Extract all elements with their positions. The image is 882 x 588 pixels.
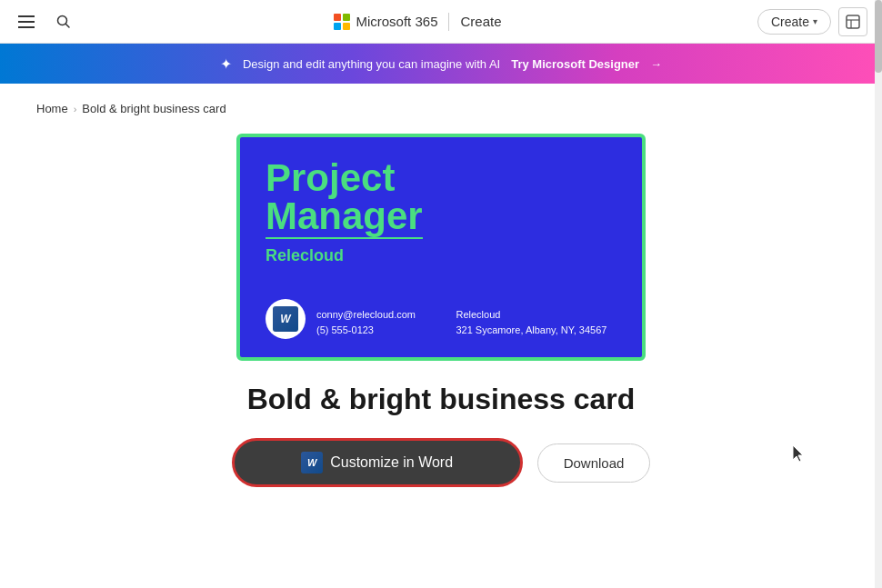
card-title-line1: Project [266, 159, 616, 197]
card-address: 321 Sycamore, Albany, NY, 34567 [456, 323, 606, 339]
banner-arrow-icon: → [650, 57, 662, 71]
breadcrumb-current-page: Bold & bright business card [82, 102, 226, 115]
wand-icon: ✦ [220, 55, 232, 73]
main-content: Home › Bold & bright business card Proje… [0, 84, 882, 505]
svg-rect-2 [847, 15, 859, 28]
customize-button-label: Customize in Word [330, 454, 453, 471]
card-phone: (5) 555-0123 [316, 323, 416, 339]
breadcrumb: Home › Bold & bright business card [36, 102, 846, 115]
promo-banner: ✦ Design and edit anything you can imagi… [0, 44, 882, 84]
card-email: conny@relecloud.com [316, 307, 416, 324]
ms365-text: Microsoft 365 [356, 14, 437, 29]
ms365-logo: Microsoft 365 [334, 14, 437, 30]
breadcrumb-chevron-icon: › [74, 104, 77, 115]
header-right: Create ▾ [757, 7, 867, 36]
scrollbar-thumb[interactable] [875, 0, 882, 73]
download-button[interactable]: Download [537, 443, 651, 483]
create-nav-link[interactable]: Create [460, 14, 501, 29]
scrollbar[interactable] [875, 0, 882, 588]
header: Microsoft 365 Create Create ▾ [0, 0, 882, 44]
account-icon-button[interactable] [838, 7, 867, 36]
banner-text: Design and edit anything you can imagine… [243, 57, 500, 71]
breadcrumb-home-link[interactable]: Home [36, 102, 68, 115]
customize-in-word-button[interactable]: W Customize in Word [232, 438, 523, 487]
card-contact-left: conny@relecloud.com (5) 555-0123 [316, 307, 416, 339]
card-preview-container: Project Manager Relecloud W conny@relecl… [36, 134, 846, 361]
banner-designer-link[interactable]: Try Microsoft Designer [511, 57, 639, 71]
chevron-down-icon: ▾ [813, 16, 817, 26]
ms-logo-grid-icon [334, 14, 350, 30]
create-dropdown-button[interactable]: Create ▾ [757, 9, 831, 35]
card-company-name: Relecloud [266, 246, 616, 265]
card-contact-right: Relecloud 321 Sycamore, Albany, NY, 3456… [456, 307, 606, 339]
search-button[interactable] [49, 7, 78, 36]
header-center: Microsoft 365 Create [78, 13, 757, 31]
word-icon: W [301, 452, 323, 473]
template-title: Bold & bright business card [36, 383, 846, 416]
header-divider [448, 13, 449, 31]
header-left [15, 7, 78, 36]
word-logo-circle: W [266, 299, 306, 339]
word-logo-icon: W [273, 306, 298, 332]
action-buttons: W Customize in Word Download [36, 438, 846, 487]
business-card-preview: Project Manager Relecloud W conny@relecl… [236, 134, 646, 361]
card-bottom-section: W conny@relecloud.com (5) 555-0123 Relec… [266, 299, 616, 339]
hamburger-menu-button[interactable] [15, 12, 38, 32]
svg-line-1 [66, 24, 70, 27]
card-contact-info: conny@relecloud.com (5) 555-0123 Releclo… [316, 307, 616, 339]
card-title-line2: Manager [266, 197, 423, 239]
card-company-right: Relecloud [456, 307, 606, 324]
